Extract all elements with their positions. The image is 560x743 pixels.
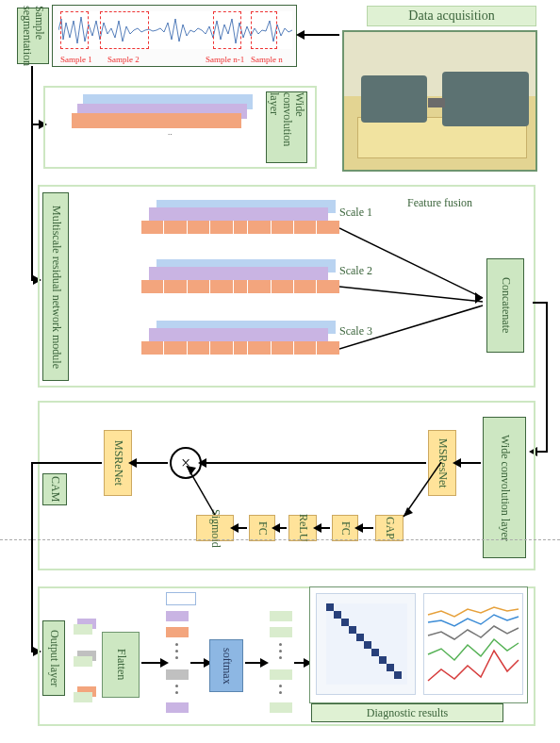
sample-box-n — [251, 11, 277, 49]
svg-marker-7 — [187, 466, 196, 475]
dashed-divider — [0, 539, 560, 540]
sample-lbl-n: Sample n — [251, 55, 283, 64]
svg-rect-12 — [349, 626, 356, 634]
cam-wide-conv: Wide convolution layer — [483, 417, 526, 558]
svg-line-4 — [404, 462, 441, 517]
sample-lbl-2: Sample 2 — [107, 55, 140, 64]
diag-text: Diagnostic results — [367, 706, 448, 720]
flatten-box: Flatten — [102, 632, 140, 698]
a-mult-msrL — [134, 462, 168, 464]
sm-text: softmax — [220, 648, 234, 685]
wide-conv-1-label: Wide convolution layer — [266, 91, 307, 163]
conc-text: Concatenate — [499, 277, 513, 333]
feature-fusion-label: Feature fusion — [407, 196, 472, 210]
data-acq-text: Data acquisition — [408, 8, 494, 24]
svg-rect-16 — [379, 656, 387, 664]
scale1-text: Scale 1 — [339, 206, 372, 220]
data-acquisition-title: Data acquisition — [367, 6, 536, 26]
sample-box-n1 — [213, 11, 241, 49]
arrow-daq-to-seg — [302, 34, 339, 36]
wide1-text: Wide convolution layer — [268, 92, 305, 162]
svg-rect-13 — [356, 634, 364, 641]
svg-rect-9 — [326, 603, 334, 611]
svg-rect-17 — [387, 664, 394, 671]
flat-text: Flatten — [114, 649, 128, 680]
sample-lbl-1: Sample 1 — [60, 55, 92, 64]
svg-rect-11 — [341, 619, 349, 626]
multiscale-right-panel: Concatenate — [485, 192, 530, 379]
cam-lower-arrows — [185, 462, 443, 547]
svg-line-0 — [339, 228, 483, 298]
flow-wide-ms — [31, 124, 33, 279]
flow-ms-cam-v — [546, 302, 548, 453]
ff-text: Feature fusion — [407, 196, 472, 209]
cam-text: CAM — [48, 476, 62, 502]
accuracy-lines — [424, 594, 524, 696]
svg-rect-18 — [394, 671, 402, 679]
out-text: Output layer — [47, 630, 61, 686]
sample-segmentation-box: Sample 1 Sample 2 Sample n-1 Sample n — [52, 5, 297, 67]
svg-rect-14 — [364, 641, 371, 649]
scale-arrows — [339, 224, 490, 364]
flow-cam-out-v — [31, 462, 33, 651]
cam-wide-text: Wide convolution layer — [498, 435, 510, 541]
flow-seg-wide — [31, 66, 33, 124]
conf-matrix — [317, 594, 417, 696]
sample-segmentation-label: Sample segmentation — [17, 8, 49, 64]
diagnostic-panel — [309, 586, 528, 703]
concatenate-box: Concatenate — [486, 258, 524, 353]
flow-ms-cam-h1 — [533, 302, 547, 304]
seg-text: Sample segmentation — [21, 6, 44, 66]
sample-box-1 — [60, 11, 89, 49]
svg-line-2 — [339, 305, 483, 349]
rig-photo — [342, 30, 537, 172]
softmax-box: softmax — [209, 639, 243, 692]
output-label: Output layer — [42, 620, 65, 696]
ms-text: Multiscale residual network module — [49, 206, 61, 369]
svg-rect-10 — [334, 611, 341, 619]
a-wide-msr — [458, 462, 481, 464]
cam-label: CAM — [42, 473, 67, 505]
svg-marker-5 — [404, 507, 413, 517]
multiscale-label: Multiscale residual network module — [42, 192, 69, 381]
diagnostic-results-label: Diagnostic results — [311, 703, 503, 722]
sample-box-2 — [100, 11, 149, 49]
svg-rect-15 — [371, 649, 379, 656]
arrowhead-daq-seg — [296, 30, 305, 40]
sample-lbl-n1: Sample n-1 — [206, 55, 244, 64]
svg-line-1 — [339, 287, 483, 302]
msr-l-text: MSReNet — [111, 440, 125, 486]
